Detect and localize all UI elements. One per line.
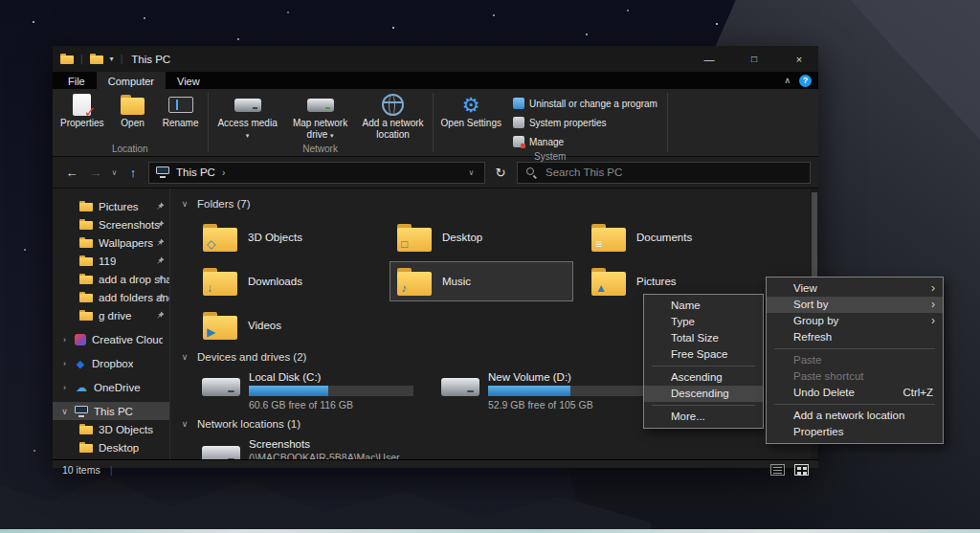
- ribbon-separator: [667, 93, 668, 152]
- rename-button[interactable]: Rename: [158, 92, 204, 130]
- pin-icon[interactable]: [156, 238, 165, 247]
- maximize-button[interactable]: □: [735, 46, 773, 72]
- manage-button[interactable]: Manage: [507, 133, 663, 150]
- sidebar-item-add-folders-and[interactable]: add folders and: [53, 288, 169, 306]
- breadcrumb-chevron-icon[interactable]: ›: [222, 167, 225, 178]
- menu-item-name[interactable]: Name: [644, 298, 763, 314]
- ribbon-collapse-button[interactable]: ∧: [775, 72, 799, 89]
- network-location-screenshots[interactable]: Screenshots (\\MACBOOKAIR-5B8A\Mac\User.…: [195, 436, 818, 459]
- sidebar-item-3d-objects[interactable]: 3D Objects: [53, 420, 169, 438]
- sidebar-item-119[interactable]: 119: [53, 252, 169, 270]
- map-network-drive-button[interactable]: Map network drive ▾: [285, 92, 356, 142]
- drive-tile-new-volume-d[interactable]: New Volume (D:) 52.9 GB free of 105 GB: [434, 368, 674, 414]
- folder-tile-documents[interactable]: ≡ Documents: [584, 217, 768, 257]
- back-button[interactable]: ←: [60, 166, 83, 180]
- menu-item-view[interactable]: View›: [767, 280, 943, 297]
- pin-icon[interactable]: [156, 256, 165, 265]
- window-title: This PC: [131, 54, 170, 65]
- folder-tile-music[interactable]: ♪ Music: [390, 261, 573, 301]
- menu-item-refresh[interactable]: Refresh: [767, 329, 943, 345]
- address-bar[interactable]: This PC › ∨: [148, 162, 485, 184]
- pin-icon[interactable]: [156, 202, 165, 211]
- statusbar-divider: |: [110, 464, 113, 476]
- desktop: | ▾ | This PC — □ × File Computer View ∧…: [0, 0, 980, 533]
- menu-item-add-network-location[interactable]: Add a network location: [767, 408, 943, 424]
- menu-item-free-space[interactable]: Free Space: [644, 346, 763, 363]
- sidebar-item-desktop[interactable]: Desktop: [53, 438, 169, 456]
- open-settings-button[interactable]: ⚙ Open Settings: [437, 92, 505, 130]
- drive-tile-local-disk-c[interactable]: Local Disk (C:) 60.6 GB free of 116 GB: [195, 368, 434, 414]
- menu-item-properties[interactable]: Properties: [767, 424, 943, 440]
- close-button[interactable]: ×: [780, 46, 818, 72]
- folder-tile-3d-objects[interactable]: ◇ 3D Objects: [195, 217, 379, 257]
- collapse-chevron-icon[interactable]: ∨: [180, 419, 189, 429]
- minimize-button[interactable]: —: [690, 46, 728, 72]
- chevron-down-icon[interactable]: ∨: [60, 407, 69, 416]
- sidebar-item-creative-cloud-files[interactable]: › Creative Cloud Fil: [53, 330, 169, 348]
- search-input[interactable]: [544, 166, 802, 179]
- forward-button[interactable]: →: [84, 166, 107, 180]
- system-properties-button[interactable]: System properties: [507, 114, 663, 131]
- thumbnails-view-button[interactable]: [794, 464, 809, 476]
- tab-computer[interactable]: Computer: [97, 72, 166, 89]
- sidebar-item-add-a-drop-shad[interactable]: add a drop shad: [53, 270, 169, 288]
- menu-item-type[interactable]: Type: [644, 314, 763, 330]
- address-dropdown-icon[interactable]: ∨: [465, 168, 478, 177]
- uninstall-icon: [513, 98, 524, 109]
- chevron-right-icon[interactable]: ›: [60, 335, 69, 344]
- history-dropdown-icon[interactable]: ∨: [108, 168, 121, 177]
- tab-file[interactable]: File: [56, 72, 97, 89]
- sidebar-item-dropbox[interactable]: › ◆ Dropbox: [53, 354, 169, 372]
- explorer-icon[interactable]: [60, 54, 74, 64]
- menu-item-total-size[interactable]: Total Size: [644, 330, 763, 346]
- scrollbar-thumb[interactable]: [812, 192, 817, 284]
- search-box[interactable]: [517, 162, 811, 184]
- up-button[interactable]: ↑: [122, 166, 145, 180]
- menu-item-descending[interactable]: Descending: [644, 386, 763, 402]
- folder-tile-desktop[interactable]: □ Desktop: [390, 217, 573, 257]
- add-network-location-button[interactable]: Add a network location: [358, 92, 429, 142]
- folder-overlay-icon: ▶: [207, 326, 215, 338]
- refresh-button[interactable]: ↻: [489, 166, 512, 180]
- drive-usage-bar: [249, 386, 413, 396]
- pin-icon[interactable]: [156, 275, 165, 283]
- breadcrumb[interactable]: This PC: [176, 167, 215, 178]
- sidebar-item-onedrive[interactable]: › ☁ OneDrive: [53, 378, 169, 396]
- menu-item-more[interactable]: More...: [644, 409, 763, 425]
- pin-icon[interactable]: [156, 220, 165, 229]
- open-button[interactable]: Open: [110, 92, 156, 130]
- details-view-button[interactable]: [770, 464, 785, 476]
- sidebar-item-pictures[interactable]: Pictures: [53, 197, 169, 215]
- help-button[interactable]: ?: [799, 75, 812, 87]
- menu-item-ascending[interactable]: Ascending: [644, 369, 763, 386]
- pin-icon[interactable]: [156, 293, 165, 301]
- quick-access-toolbar-icon[interactable]: [90, 54, 103, 64]
- quick-access-caret-icon[interactable]: ▾: [110, 55, 114, 63]
- menu-item-group-by[interactable]: Group by›: [767, 313, 943, 329]
- drive-name: New Volume (D:): [488, 371, 653, 383]
- folder-tile-downloads[interactable]: ↓ Downloads: [195, 261, 379, 301]
- uninstall-program-button[interactable]: Uninstall or change a program: [507, 95, 663, 112]
- keyboard-shortcut: Ctrl+Z: [902, 385, 933, 401]
- sidebar-item-this-pc[interactable]: ∨ This PC: [53, 402, 169, 420]
- menu-item-sort-by[interactable]: Sort by›: [767, 297, 943, 313]
- sidebar-item-label: Creative Cloud Fil: [92, 334, 163, 345]
- properties-button[interactable]: ✓ Properties: [56, 92, 108, 130]
- tab-view[interactable]: View: [166, 72, 212, 89]
- menu-item-undo-delete[interactable]: Undo DeleteCtrl+Z: [767, 385, 943, 401]
- sidebar-item-label: Wallpapers: [99, 237, 153, 249]
- folder-icon: [79, 310, 93, 321]
- collapse-chevron-icon[interactable]: ∨: [180, 352, 189, 362]
- collapse-chevron-icon[interactable]: ∨: [180, 199, 189, 209]
- sidebar-item-label: This PC: [94, 406, 133, 417]
- access-media-button[interactable]: Access media ▾: [212, 92, 283, 142]
- chevron-right-icon[interactable]: ›: [60, 359, 69, 368]
- sidebar-item-wallpapers[interactable]: Wallpapers: [53, 233, 169, 252]
- chevron-right-icon[interactable]: ›: [60, 383, 69, 392]
- caret-down-icon: ▾: [246, 132, 250, 139]
- folder-icon: [79, 219, 93, 230]
- pin-icon[interactable]: [156, 311, 165, 320]
- sidebar-item-screenshots[interactable]: Screenshots: [53, 215, 169, 233]
- sidebar-item-g-drive[interactable]: g drive: [53, 306, 169, 324]
- folder-tile-videos[interactable]: ▶ Videos: [195, 305, 379, 345]
